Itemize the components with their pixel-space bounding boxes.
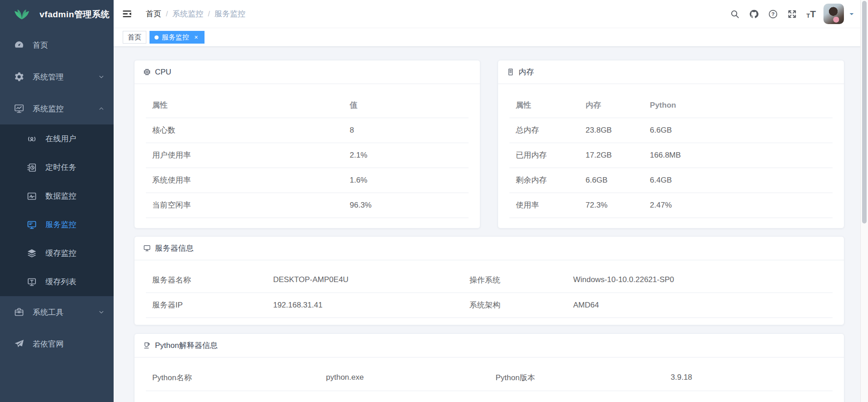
caret-down-icon[interactable] xyxy=(848,10,855,18)
table-header-row: 属性值 xyxy=(146,93,469,118)
python-info-card-header: Python解释器信息 xyxy=(135,334,844,357)
table-cell: 6.6GB xyxy=(644,118,833,143)
table-row: 剩余内存6.6GB6.4GB xyxy=(509,168,833,193)
sidebar-item-cache-list[interactable]: 缓存列表 xyxy=(0,268,114,296)
cpu-card: CPU 属性值核心数8用户使用率2.1%系统使用率1.6%当前空闲率96.3% xyxy=(134,60,480,228)
column-header: 内存 xyxy=(579,93,644,118)
column-header: 值 xyxy=(344,93,469,118)
main-area: 首页/系统监控/服务监控 ?TT 首页服务监控× CPU 属性值核心数8用户使用… xyxy=(114,0,868,402)
table-cell: 166.8MB xyxy=(644,143,833,168)
table-cell: 6.4GB xyxy=(644,168,833,193)
toolbox-icon xyxy=(14,307,25,318)
app-logo[interactable]: vfadmin管理系统 xyxy=(0,0,114,29)
server-info-card-title: 服务器信息 xyxy=(155,243,194,253)
table-header-row: 属性内存Python xyxy=(509,93,833,118)
navbar-actions: ?TT xyxy=(721,9,816,19)
tag-label: 首页 xyxy=(128,33,141,42)
server-info-table: 服务器名称DESKTOP-AMP0E4U操作系统Windows-10-10.0.… xyxy=(146,268,833,318)
font-size-icon[interactable]: TT xyxy=(806,9,816,19)
memory-card-header: 内存 xyxy=(498,60,844,84)
tag-home[interactable]: 首页 xyxy=(123,31,146,44)
table-row: 系统使用率1.6% xyxy=(146,168,469,193)
sidebar-item-system-tools[interactable]: 系统工具 xyxy=(0,296,114,328)
table-row: 当前空闲率96.3% xyxy=(146,193,469,218)
top-navbar: 首页/系统监控/服务监控 ?TT xyxy=(114,0,868,28)
table-row: 服务器IP192.168.31.41系统架构AMD64 xyxy=(146,293,833,318)
table-cell: 系统使用率 xyxy=(146,168,344,193)
table-row: 总内存23.8GB6.6GB xyxy=(509,118,833,143)
sidebar-item-label: 系统工具 xyxy=(33,307,64,318)
breadcrumb-item[interactable]: 首页 xyxy=(146,9,161,19)
fullscreen-icon[interactable] xyxy=(787,9,797,19)
memory-icon xyxy=(506,68,515,76)
chevron-down-icon xyxy=(97,73,105,81)
table-row: Python名称python.exePython版本3.9.18 xyxy=(146,365,833,391)
table-cell: 17.2GB xyxy=(579,143,644,168)
table-cell: 23.8GB xyxy=(579,118,644,143)
table-cell: 已用内存 xyxy=(509,143,579,168)
table-row: 服务器名称DESKTOP-AMP0E4U操作系统Windows-10-10.0.… xyxy=(146,268,833,293)
sidebar-item-label: 定时任务 xyxy=(45,162,76,173)
sidebar-item-data-monitor[interactable]: 数据监控 xyxy=(0,182,114,210)
cpu-chip-icon xyxy=(143,68,151,76)
server-monitor-screen-icon xyxy=(143,244,151,253)
sidebar-item-online-users[interactable]: 在线用户 xyxy=(0,124,114,153)
tag-label: 服务监控 xyxy=(162,33,189,42)
tags-view: 首页服务监控× xyxy=(114,28,868,47)
search-icon[interactable] xyxy=(730,9,740,19)
online-user-icon xyxy=(26,134,37,144)
data-monitor-icon xyxy=(26,191,37,202)
help-icon[interactable]: ? xyxy=(768,9,778,19)
dashboard-icon xyxy=(14,40,25,50)
sidebar: vfadmin管理系统 首页系统管理系统监控在线用户定时任务数据监控服务监控缓存… xyxy=(0,0,114,402)
table-cell: 用户使用率 xyxy=(146,143,344,168)
table-cell: 72.3% xyxy=(579,193,644,218)
sidebar-item-label: 服务监控 xyxy=(45,219,76,230)
gear-icon xyxy=(14,71,25,82)
sidebar-item-service-monitor[interactable]: 服务监控 xyxy=(0,210,114,239)
memory-card: 内存 属性内存Python总内存23.8GB6.6GB已用内存17.2GB166… xyxy=(498,60,844,228)
chevron-down-icon xyxy=(97,308,105,316)
tag-service-monitor[interactable]: 服务监控× xyxy=(150,31,205,44)
sidebar-item-home[interactable]: 首页 xyxy=(0,29,114,61)
table-cell: 6.6GB xyxy=(579,168,644,193)
scheduled-task-icon xyxy=(26,162,37,173)
sidebar-item-ruoyi-site[interactable]: 若依官网 xyxy=(0,328,114,360)
table-cell: Python名称 xyxy=(146,365,319,391)
column-header: Python xyxy=(644,93,833,118)
table-cell: python.exe xyxy=(319,365,489,391)
user-menu[interactable] xyxy=(823,4,855,24)
scrollbar-thumb[interactable] xyxy=(862,1,867,223)
table-row: 已用内存17.2GB166.8MB xyxy=(509,143,833,168)
sidebar-fold-icon[interactable] xyxy=(122,9,132,19)
breadcrumb-item: 系统监控 xyxy=(172,9,203,19)
sidebar-item-label: 在线用户 xyxy=(45,134,76,144)
table-cell: 操作系统 xyxy=(463,268,567,293)
table-cell: 总内存 xyxy=(509,118,579,143)
github-icon[interactable] xyxy=(749,9,759,19)
sidebar-item-label: 数据监控 xyxy=(45,191,76,201)
sidebar-item-system-admin[interactable]: 系统管理 xyxy=(0,61,114,93)
app-title: vfadmin管理系统 xyxy=(40,9,110,20)
sidebar-item-system-monitor[interactable]: 系统监控 xyxy=(0,93,114,124)
table-cell: 使用率 xyxy=(509,193,579,218)
table-cell: 2.1% xyxy=(344,143,469,168)
cpu-table: 属性值核心数8用户使用率2.1%系统使用率1.6%当前空闲率96.3% xyxy=(146,93,469,218)
table-cell: 剩余内存 xyxy=(509,168,579,193)
table-cell: AMD64 xyxy=(567,293,833,318)
table-cell: Python版本 xyxy=(489,365,664,391)
tag-close-icon[interactable]: × xyxy=(193,34,200,41)
python-info-table: Python名称python.exePython版本3.9.18 xyxy=(146,365,833,391)
table-row: 用户使用率2.1% xyxy=(146,143,469,168)
user-avatar[interactable] xyxy=(823,4,844,24)
sidebar-item-cache-monitor[interactable]: 缓存监控 xyxy=(0,239,114,268)
sidebar-item-label: 缓存监控 xyxy=(45,248,76,258)
sidebar-item-label: 若依官网 xyxy=(33,339,64,349)
sidebar-item-scheduled-tasks[interactable]: 定时任务 xyxy=(0,153,114,182)
page-scrollbar[interactable] xyxy=(860,0,868,402)
leaf-logo-icon xyxy=(14,9,30,20)
active-tag-dot xyxy=(155,35,159,40)
table-cell: 服务器名称 xyxy=(146,268,267,293)
python-info-card-title: Python解释器信息 xyxy=(155,340,218,351)
breadcrumb-separator: / xyxy=(208,10,210,18)
